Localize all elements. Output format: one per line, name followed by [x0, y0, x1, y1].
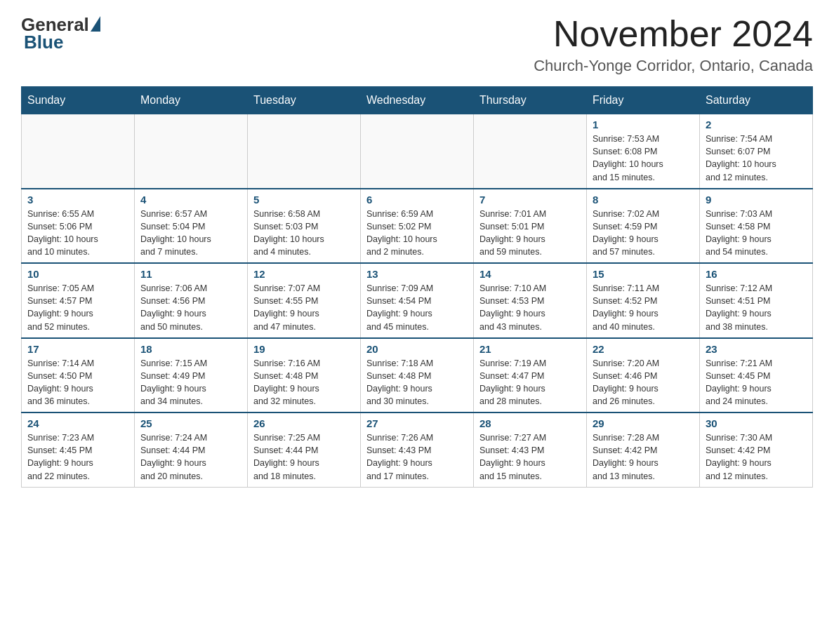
day-number: 6 [366, 194, 468, 206]
day-number: 2 [706, 119, 807, 130]
calendar-cell: 9Sunrise: 7:03 AMSunset: 4:58 PMDaylight… [700, 189, 813, 264]
calendar-cell: 26Sunrise: 7:25 AMSunset: 4:44 PMDayligh… [248, 412, 361, 487]
calendar-cell: 25Sunrise: 7:24 AMSunset: 4:44 PMDayligh… [135, 412, 248, 487]
calendar-cell: 7Sunrise: 7:01 AMSunset: 5:01 PMDaylight… [474, 189, 587, 264]
calendar-table: SundayMondayTuesdayWednesdayThursdayFrid… [21, 86, 813, 488]
logo: General Blue [21, 14, 100, 53]
day-number: 29 [593, 417, 694, 429]
day-number: 27 [366, 417, 468, 429]
day-number: 22 [593, 343, 694, 355]
day-number: 1 [593, 119, 694, 130]
calendar-cell: 17Sunrise: 7:14 AMSunset: 4:50 PMDayligh… [22, 338, 135, 413]
calendar-week-row: 10Sunrise: 7:05 AMSunset: 4:57 PMDayligh… [22, 263, 813, 338]
calendar-cell: 30Sunrise: 7:30 AMSunset: 4:42 PMDayligh… [700, 412, 813, 487]
calendar-cell: 1Sunrise: 7:53 AMSunset: 6:08 PMDaylight… [587, 114, 700, 189]
day-info: Sunrise: 7:54 AMSunset: 6:07 PMDaylight:… [706, 133, 807, 184]
page-header: General Blue November 2024 Church-Yonge … [21, 14, 813, 75]
calendar-cell [135, 114, 248, 189]
calendar-week-row: 17Sunrise: 7:14 AMSunset: 4:50 PMDayligh… [22, 338, 813, 413]
day-number: 30 [706, 417, 807, 429]
day-info: Sunrise: 7:01 AMSunset: 5:01 PMDaylight:… [479, 208, 581, 259]
day-info: Sunrise: 7:23 AMSunset: 4:45 PMDaylight:… [27, 431, 128, 483]
day-info: Sunrise: 7:26 AMSunset: 4:43 PMDaylight:… [366, 431, 468, 483]
day-info: Sunrise: 6:58 AMSunset: 5:03 PMDaylight:… [253, 208, 355, 259]
day-number: 13 [366, 268, 468, 280]
calendar-cell: 3Sunrise: 6:55 AMSunset: 5:06 PMDaylight… [22, 189, 135, 264]
day-number: 3 [27, 194, 128, 206]
weekday-header-friday: Friday [587, 87, 700, 114]
day-number: 26 [253, 417, 355, 429]
day-number: 15 [593, 268, 694, 280]
day-info: Sunrise: 7:10 AMSunset: 4:53 PMDaylight:… [479, 282, 581, 333]
calendar-cell: 6Sunrise: 6:59 AMSunset: 5:02 PMDaylight… [361, 189, 474, 264]
day-info: Sunrise: 7:11 AMSunset: 4:52 PMDaylight:… [593, 282, 694, 333]
calendar-cell: 27Sunrise: 7:26 AMSunset: 4:43 PMDayligh… [361, 412, 474, 487]
calendar-cell [22, 114, 135, 189]
day-info: Sunrise: 6:59 AMSunset: 5:02 PMDaylight:… [366, 208, 468, 259]
calendar-cell: 4Sunrise: 6:57 AMSunset: 5:04 PMDaylight… [135, 189, 248, 264]
calendar-cell: 16Sunrise: 7:12 AMSunset: 4:51 PMDayligh… [700, 263, 813, 338]
day-info: Sunrise: 7:14 AMSunset: 4:50 PMDaylight:… [27, 357, 128, 408]
day-number: 19 [253, 343, 355, 355]
day-number: 21 [479, 343, 581, 355]
day-info: Sunrise: 7:05 AMSunset: 4:57 PMDaylight:… [27, 282, 128, 333]
day-number: 10 [27, 268, 128, 280]
calendar-cell: 18Sunrise: 7:15 AMSunset: 4:49 PMDayligh… [135, 338, 248, 413]
day-info: Sunrise: 7:27 AMSunset: 4:43 PMDaylight:… [479, 431, 581, 483]
weekday-header-sunday: Sunday [22, 87, 135, 114]
day-number: 4 [140, 194, 241, 206]
day-number: 25 [140, 417, 241, 429]
day-number: 17 [27, 343, 128, 355]
calendar-cell: 29Sunrise: 7:28 AMSunset: 4:42 PMDayligh… [587, 412, 700, 487]
calendar-cell: 19Sunrise: 7:16 AMSunset: 4:48 PMDayligh… [248, 338, 361, 413]
day-number: 11 [140, 268, 241, 280]
title-area: November 2024 Church-Yonge Corridor, Ont… [534, 14, 813, 75]
calendar-cell: 15Sunrise: 7:11 AMSunset: 4:52 PMDayligh… [587, 263, 700, 338]
calendar-cell: 5Sunrise: 6:58 AMSunset: 5:03 PMDaylight… [248, 189, 361, 264]
calendar-cell [248, 114, 361, 189]
day-info: Sunrise: 7:24 AMSunset: 4:44 PMDaylight:… [140, 431, 241, 483]
weekday-header-monday: Monday [135, 87, 248, 114]
month-title: November 2024 [534, 14, 813, 54]
day-info: Sunrise: 6:57 AMSunset: 5:04 PMDaylight:… [140, 208, 241, 259]
calendar-cell: 14Sunrise: 7:10 AMSunset: 4:53 PMDayligh… [474, 263, 587, 338]
day-number: 20 [366, 343, 468, 355]
day-number: 18 [140, 343, 241, 355]
day-info: Sunrise: 7:28 AMSunset: 4:42 PMDaylight:… [593, 431, 694, 483]
day-number: 12 [253, 268, 355, 280]
day-info: Sunrise: 7:21 AMSunset: 4:45 PMDaylight:… [706, 357, 807, 408]
day-info: Sunrise: 7:25 AMSunset: 4:44 PMDaylight:… [253, 431, 355, 483]
day-info: Sunrise: 7:30 AMSunset: 4:42 PMDaylight:… [706, 431, 807, 483]
calendar-cell: 12Sunrise: 7:07 AMSunset: 4:55 PMDayligh… [248, 263, 361, 338]
day-number: 8 [593, 194, 694, 206]
calendar-cell: 2Sunrise: 7:54 AMSunset: 6:07 PMDaylight… [700, 114, 813, 189]
calendar-cell: 13Sunrise: 7:09 AMSunset: 4:54 PMDayligh… [361, 263, 474, 338]
weekday-header-wednesday: Wednesday [361, 87, 474, 114]
day-info: Sunrise: 7:18 AMSunset: 4:48 PMDaylight:… [366, 357, 468, 408]
day-info: Sunrise: 7:07 AMSunset: 4:55 PMDaylight:… [253, 282, 355, 333]
day-number: 28 [479, 417, 581, 429]
calendar-cell [361, 114, 474, 189]
day-number: 5 [253, 194, 355, 206]
calendar-cell: 10Sunrise: 7:05 AMSunset: 4:57 PMDayligh… [22, 263, 135, 338]
day-number: 9 [706, 194, 807, 206]
calendar-cell: 11Sunrise: 7:06 AMSunset: 4:56 PMDayligh… [135, 263, 248, 338]
calendar-week-row: 1Sunrise: 7:53 AMSunset: 6:08 PMDaylight… [22, 114, 813, 189]
day-info: Sunrise: 7:19 AMSunset: 4:47 PMDaylight:… [479, 357, 581, 408]
day-info: Sunrise: 7:12 AMSunset: 4:51 PMDaylight:… [706, 282, 807, 333]
day-info: Sunrise: 7:09 AMSunset: 4:54 PMDaylight:… [366, 282, 468, 333]
day-number: 7 [479, 194, 581, 206]
calendar-cell: 21Sunrise: 7:19 AMSunset: 4:47 PMDayligh… [474, 338, 587, 413]
day-number: 24 [27, 417, 128, 429]
calendar-week-row: 24Sunrise: 7:23 AMSunset: 4:45 PMDayligh… [22, 412, 813, 487]
day-number: 23 [706, 343, 807, 355]
logo-blue-text: Blue [24, 32, 63, 53]
calendar-cell: 20Sunrise: 7:18 AMSunset: 4:48 PMDayligh… [361, 338, 474, 413]
weekday-header-row: SundayMondayTuesdayWednesdayThursdayFrid… [22, 87, 813, 114]
calendar-week-row: 3Sunrise: 6:55 AMSunset: 5:06 PMDaylight… [22, 189, 813, 264]
logo-triangle-icon [91, 16, 100, 32]
day-info: Sunrise: 6:55 AMSunset: 5:06 PMDaylight:… [27, 208, 128, 259]
weekday-header-thursday: Thursday [474, 87, 587, 114]
day-info: Sunrise: 7:15 AMSunset: 4:49 PMDaylight:… [140, 357, 241, 408]
day-info: Sunrise: 7:53 AMSunset: 6:08 PMDaylight:… [593, 133, 694, 184]
